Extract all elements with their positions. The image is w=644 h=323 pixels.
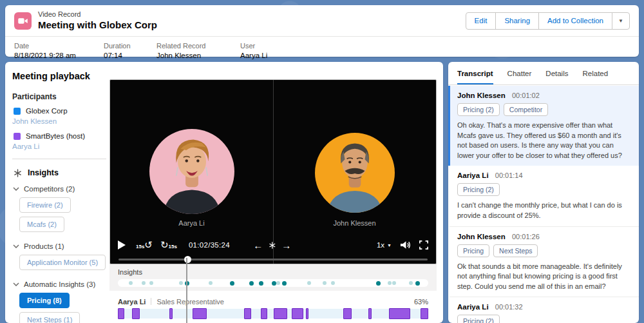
talk-segment[interactable]	[389, 308, 410, 319]
speaker-row-header: Aarya Li Sales Representative 63%	[118, 297, 428, 306]
group-products[interactable]: Products (1)	[13, 242, 106, 250]
talk-segment[interactable]	[132, 308, 140, 319]
field-related-record: Related Record John Klessen	[156, 41, 240, 61]
insight-dot[interactable]	[230, 281, 234, 286]
more-actions-button[interactable]: ▼	[612, 12, 630, 30]
chevron-down-icon	[13, 244, 19, 248]
speaker-role: Sales Representative	[156, 298, 224, 306]
insight-dot[interactable]	[149, 281, 153, 285]
talk-segment[interactable]	[261, 308, 267, 319]
insights-timeline-label: Insights	[118, 268, 142, 276]
sidebar-divider	[12, 159, 106, 159]
entry-tag[interactable]: Pricing (2)	[457, 103, 500, 116]
insight-dot[interactable]	[129, 281, 133, 285]
participant-link-john-klessen[interactable]: John Klessen	[12, 117, 106, 125]
avatar-aarya-li	[149, 129, 234, 214]
speaker-talk-track[interactable]	[118, 309, 428, 318]
player-controls: 15s↺ ↻15s 01:02/35:24 ← →	[118, 237, 428, 253]
video-player: Aarya Li	[109, 79, 437, 264]
transcript-entry[interactable]: John Klessen 00:01:26 Pricing Next Steps…	[448, 226, 639, 297]
participant-link-aarya-li[interactable]: Aarya Li	[12, 142, 106, 150]
talk-segment[interactable]	[274, 308, 287, 319]
insight-dot[interactable]	[282, 281, 287, 286]
edit-button[interactable]: Edit	[466, 12, 497, 30]
insight-dot[interactable]	[276, 281, 280, 285]
video-tile-john: John Klessen	[273, 80, 436, 264]
entry-timestamp: 00:01:02	[512, 92, 540, 99]
tab-transcript[interactable]: Transcript	[457, 62, 493, 84]
skip-back-15s-button[interactable]: 15s↺	[136, 240, 153, 250]
sharing-button[interactable]: Sharing	[495, 12, 539, 30]
tab-chatter[interactable]: Chatter	[507, 62, 532, 84]
progress-handle[interactable]	[184, 256, 191, 263]
transcript-entry[interactable]: Aariya Li 00:01:14 Pricing (2) I can't c…	[448, 166, 639, 226]
talk-segment[interactable]	[244, 308, 251, 319]
entry-speaker: Aariya Li	[457, 303, 489, 311]
transcript-list: John Klessen 00:01:02 Pricing (2) Compet…	[448, 86, 639, 323]
previous-insight-button[interactable]: ←	[253, 240, 263, 250]
insight-filter-application-monitor[interactable]: Application Monitor (5)	[19, 255, 106, 270]
group-automatic-insights[interactable]: Automatic Insights (3)	[13, 280, 106, 288]
group-competitors[interactable]: Competitors (2)	[13, 185, 106, 193]
chevron-down-icon	[13, 282, 19, 286]
playback-speed-button[interactable]: 1x▼	[377, 241, 392, 249]
insight-filter-mcafs[interactable]: Mcafs (2)	[19, 217, 64, 232]
insight-filter-pricing[interactable]: Pricing (8)	[19, 293, 70, 308]
insight-dot[interactable]	[179, 281, 183, 285]
insight-dot[interactable]	[331, 281, 335, 285]
record-title-row: Video Record Meeting with Globex Corp Ed…	[5, 5, 639, 36]
entry-tag[interactable]: Pricing (2)	[457, 315, 500, 323]
fullscreen-button[interactable]	[419, 240, 428, 250]
insight-dot[interactable]	[259, 281, 263, 286]
talk-segment[interactable]	[306, 308, 308, 319]
volume-button[interactable]	[400, 240, 411, 250]
page: Video Record Meeting with Globex Corp Ed…	[0, 0, 644, 323]
detail-tabs: Transcript Chatter Details Related	[448, 62, 639, 85]
insight-dot[interactable]	[249, 281, 254, 286]
insight-dot[interactable]	[185, 281, 189, 286]
participant-company-row: SmartBytes (host)	[14, 132, 106, 140]
entry-speaker: John Klessen	[457, 233, 506, 240]
talk-segment[interactable]	[193, 308, 207, 319]
play-button[interactable]	[118, 240, 126, 250]
video-progress-bar[interactable]	[118, 259, 428, 260]
forward-icon: ↻	[160, 240, 169, 250]
skip-forward-15s-button[interactable]: ↻15s	[160, 240, 177, 250]
insight-dot[interactable]	[209, 281, 213, 285]
tab-details[interactable]: Details	[545, 62, 568, 84]
insight-dot[interactable]	[415, 281, 420, 286]
insight-dot[interactable]	[323, 281, 327, 285]
insight-filter-firewire[interactable]: Firewire (2)	[19, 197, 71, 213]
talk-segment[interactable]	[118, 308, 124, 319]
insight-dot[interactable]	[307, 281, 311, 285]
speaker-name: Aarya Li	[118, 298, 146, 306]
insight-dot[interactable]	[388, 281, 392, 285]
insights-dot-track[interactable]	[118, 279, 428, 287]
record-detail-panel: Transcript Chatter Details Related John …	[448, 62, 639, 323]
record-type-label: Video Record	[38, 10, 157, 19]
entry-tag[interactable]: Competitor	[504, 103, 548, 116]
rewind-icon: ↺	[144, 240, 153, 250]
talk-segment[interactable]	[368, 308, 372, 319]
insight-dot[interactable]	[142, 281, 146, 285]
tab-related[interactable]: Related	[582, 62, 608, 84]
insight-dot[interactable]	[409, 281, 413, 285]
talk-segment[interactable]	[421, 308, 428, 319]
add-to-collection-button[interactable]: Add to Collection	[538, 12, 612, 30]
chevron-down-icon	[13, 187, 19, 191]
insight-dot[interactable]	[392, 281, 396, 285]
talk-segment[interactable]	[292, 308, 303, 319]
next-insight-button[interactable]: →	[281, 240, 291, 250]
talk-percentage: 63%	[414, 298, 428, 306]
field-date: Date 8/18/2021 9:28 am	[14, 41, 104, 61]
talk-segment[interactable]	[343, 308, 352, 319]
entry-tag[interactable]: Pricing	[457, 244, 489, 257]
insight-dot[interactable]	[376, 281, 381, 286]
timeline-area: Insights Aarya Li Sales Representative 6…	[109, 264, 437, 323]
transcript-entry[interactable]: Aariya Li 00:01:32 Pricing (2)	[448, 297, 639, 323]
insight-filter-next-steps[interactable]: Next Steps (1)	[19, 312, 80, 323]
entry-tag[interactable]: Next Steps	[493, 244, 538, 257]
entry-tag[interactable]: Pricing (2)	[457, 183, 500, 196]
talk-segment[interactable]	[169, 308, 173, 319]
transcript-entry[interactable]: John Klessen 00:01:02 Pricing (2) Compet…	[448, 86, 639, 166]
